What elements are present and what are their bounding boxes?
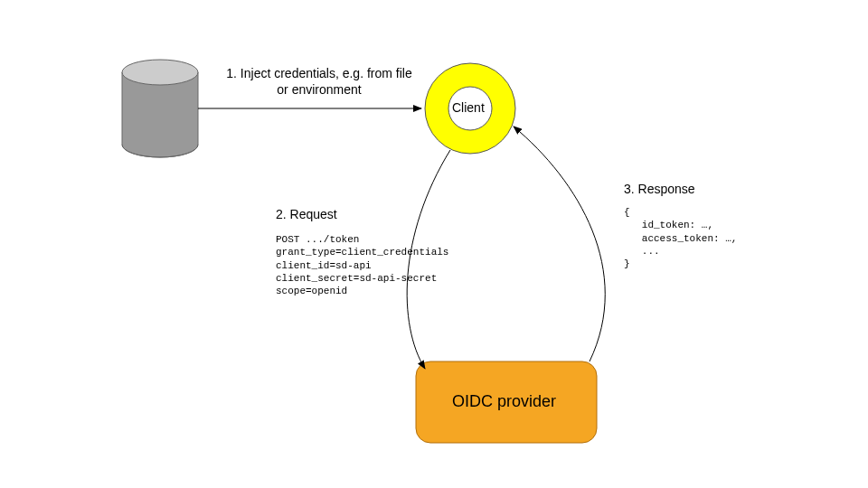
step-3-body: { id_token: …, access_token: …, ... } [624,206,737,270]
oidc-provider-node [416,361,597,443]
svg-point-0 [122,60,198,85]
step-2-body: POST .../token grant_type=client_credent… [276,233,448,297]
storage-cylinder-icon [122,60,198,157]
client-node-icon [425,63,515,154]
step-1-title: 1. Inject credentials, e.g. from file or… [224,65,414,98]
diagram-stage: Client OIDC provider 1. Inject credentia… [0,0,868,488]
step-2-title: 2. Request [276,206,337,222]
step-3-title: 3. Response [624,181,695,197]
arrow-step-3 [514,127,605,361]
svg-rect-3 [416,361,597,443]
svg-point-2 [448,87,492,130]
